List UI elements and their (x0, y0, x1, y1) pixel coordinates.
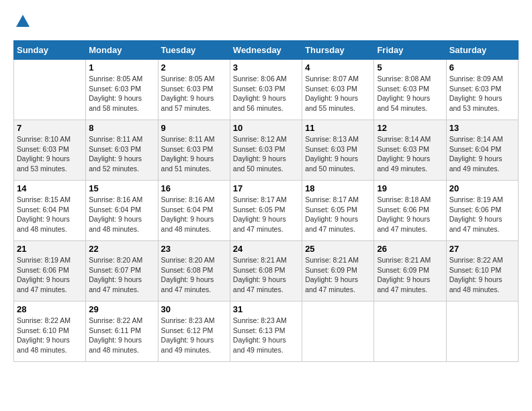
header-wednesday: Wednesday (230, 41, 302, 60)
week-row-2: 7Sunrise: 8:10 AMSunset: 6:03 PMDaylight… (14, 120, 519, 181)
calendar-cell: 23Sunrise: 8:20 AMSunset: 6:08 PMDayligh… (158, 241, 230, 302)
calendar-table: SundayMondayTuesdayWednesdayThursdayFrid… (13, 40, 519, 362)
calendar-cell: 14Sunrise: 8:15 AMSunset: 6:04 PMDayligh… (14, 181, 86, 241)
header-sunday: Sunday (14, 41, 86, 60)
day-number: 27 (449, 244, 515, 254)
calendar-cell (446, 302, 518, 362)
day-info: Sunrise: 8:13 AMSunset: 6:03 PMDaylight:… (305, 134, 371, 174)
day-number: 2 (161, 62, 227, 73)
calendar-cell: 12Sunrise: 8:14 AMSunset: 6:03 PMDayligh… (374, 120, 446, 181)
calendar-cell (302, 302, 374, 362)
day-info: Sunrise: 8:20 AMSunset: 6:07 PMDaylight:… (89, 255, 154, 295)
day-number: 14 (17, 183, 83, 193)
day-number: 11 (305, 123, 371, 133)
calendar-cell: 5Sunrise: 8:08 AMSunset: 6:03 PMDaylight… (374, 60, 446, 120)
calendar-cell: 26Sunrise: 8:21 AMSunset: 6:09 PMDayligh… (374, 241, 446, 302)
day-info: Sunrise: 8:21 AMSunset: 6:09 PMDaylight:… (377, 255, 443, 295)
day-number: 25 (305, 244, 371, 254)
day-number: 12 (377, 123, 443, 133)
day-number: 17 (233, 183, 299, 193)
calendar-cell: 6Sunrise: 8:09 AMSunset: 6:03 PMDaylight… (446, 60, 518, 120)
header-saturday: Saturday (446, 41, 518, 60)
day-number: 30 (161, 304, 227, 314)
calendar-cell: 25Sunrise: 8:21 AMSunset: 6:09 PMDayligh… (302, 241, 374, 302)
calendar-cell: 13Sunrise: 8:14 AMSunset: 6:04 PMDayligh… (446, 120, 518, 181)
day-number: 16 (161, 183, 227, 193)
day-number: 1 (89, 62, 154, 73)
svg-marker-0 (16, 15, 30, 27)
calendar-cell: 19Sunrise: 8:18 AMSunset: 6:06 PMDayligh… (374, 181, 446, 241)
day-number: 19 (377, 183, 443, 193)
calendar-cell: 18Sunrise: 8:17 AMSunset: 6:05 PMDayligh… (302, 181, 374, 241)
day-number: 29 (89, 304, 154, 314)
day-info: Sunrise: 8:21 AMSunset: 6:08 PMDaylight:… (233, 255, 299, 295)
calendar-cell: 24Sunrise: 8:21 AMSunset: 6:08 PMDayligh… (230, 241, 302, 302)
day-info: Sunrise: 8:19 AMSunset: 6:06 PMDaylight:… (17, 255, 83, 295)
calendar-cell: 27Sunrise: 8:22 AMSunset: 6:10 PMDayligh… (446, 241, 518, 302)
calendar-cell: 31Sunrise: 8:23 AMSunset: 6:13 PMDayligh… (230, 302, 302, 362)
calendar-cell: 10Sunrise: 8:12 AMSunset: 6:03 PMDayligh… (230, 120, 302, 181)
calendar-cell: 16Sunrise: 8:16 AMSunset: 6:04 PMDayligh… (158, 181, 230, 241)
day-info: Sunrise: 8:11 AMSunset: 6:03 PMDaylight:… (161, 134, 227, 174)
day-info: Sunrise: 8:23 AMSunset: 6:12 PMDaylight:… (161, 316, 227, 355)
week-row-5: 28Sunrise: 8:22 AMSunset: 6:10 PMDayligh… (14, 302, 519, 362)
calendar-cell: 20Sunrise: 8:19 AMSunset: 6:06 PMDayligh… (446, 181, 518, 241)
header-thursday: Thursday (302, 41, 374, 60)
calendar-cell: 11Sunrise: 8:13 AMSunset: 6:03 PMDayligh… (302, 120, 374, 181)
calendar-cell (374, 302, 446, 362)
day-number: 24 (233, 244, 299, 254)
week-row-3: 14Sunrise: 8:15 AMSunset: 6:04 PMDayligh… (14, 181, 519, 241)
day-info: Sunrise: 8:05 AMSunset: 6:03 PMDaylight:… (161, 74, 227, 113)
logo (13, 13, 31, 30)
calendar-cell (14, 60, 86, 120)
day-info: Sunrise: 8:20 AMSunset: 6:08 PMDaylight:… (161, 255, 227, 295)
calendar-header-row: SundayMondayTuesdayWednesdayThursdayFrid… (14, 41, 519, 60)
day-info: Sunrise: 8:07 AMSunset: 6:03 PMDaylight:… (305, 74, 371, 113)
day-number: 22 (89, 244, 154, 254)
calendar-cell: 3Sunrise: 8:06 AMSunset: 6:03 PMDaylight… (230, 60, 302, 120)
day-info: Sunrise: 8:11 AMSunset: 6:03 PMDaylight:… (89, 134, 154, 174)
calendar-cell: 1Sunrise: 8:05 AMSunset: 6:03 PMDaylight… (86, 60, 158, 120)
header-monday: Monday (86, 41, 158, 60)
week-row-4: 21Sunrise: 8:19 AMSunset: 6:06 PMDayligh… (14, 241, 519, 302)
calendar-cell: 22Sunrise: 8:20 AMSunset: 6:07 PMDayligh… (86, 241, 158, 302)
day-info: Sunrise: 8:19 AMSunset: 6:06 PMDaylight:… (449, 195, 515, 234)
day-number: 9 (161, 123, 227, 133)
day-number: 10 (233, 123, 299, 133)
day-info: Sunrise: 8:21 AMSunset: 6:09 PMDaylight:… (305, 255, 371, 295)
week-row-1: 1Sunrise: 8:05 AMSunset: 6:03 PMDaylight… (14, 60, 519, 120)
day-number: 6 (449, 62, 515, 73)
calendar-cell: 9Sunrise: 8:11 AMSunset: 6:03 PMDaylight… (158, 120, 230, 181)
day-info: Sunrise: 8:15 AMSunset: 6:04 PMDaylight:… (17, 195, 83, 234)
page-header (13, 13, 519, 30)
calendar-cell: 8Sunrise: 8:11 AMSunset: 6:03 PMDaylight… (86, 120, 158, 181)
calendar-cell: 30Sunrise: 8:23 AMSunset: 6:12 PMDayligh… (158, 302, 230, 362)
day-info: Sunrise: 8:18 AMSunset: 6:06 PMDaylight:… (377, 195, 443, 234)
calendar-cell: 29Sunrise: 8:22 AMSunset: 6:11 PMDayligh… (86, 302, 158, 362)
day-info: Sunrise: 8:06 AMSunset: 6:03 PMDaylight:… (233, 74, 299, 113)
day-number: 26 (377, 244, 443, 254)
calendar-cell: 15Sunrise: 8:16 AMSunset: 6:04 PMDayligh… (86, 181, 158, 241)
day-info: Sunrise: 8:14 AMSunset: 6:03 PMDaylight:… (377, 134, 443, 174)
day-info: Sunrise: 8:16 AMSunset: 6:04 PMDaylight:… (89, 195, 154, 234)
day-info: Sunrise: 8:22 AMSunset: 6:11 PMDaylight:… (89, 316, 154, 355)
calendar-cell: 4Sunrise: 8:07 AMSunset: 6:03 PMDaylight… (302, 60, 374, 120)
day-number: 20 (449, 183, 515, 193)
day-info: Sunrise: 8:22 AMSunset: 6:10 PMDaylight:… (449, 255, 515, 295)
day-number: 5 (377, 62, 443, 73)
day-number: 7 (17, 123, 83, 133)
day-number: 28 (17, 304, 83, 314)
day-number: 13 (449, 123, 515, 133)
day-number: 31 (233, 304, 299, 314)
calendar-cell: 21Sunrise: 8:19 AMSunset: 6:06 PMDayligh… (14, 241, 86, 302)
day-info: Sunrise: 8:08 AMSunset: 6:03 PMDaylight:… (377, 74, 443, 113)
day-number: 23 (161, 244, 227, 254)
day-number: 3 (233, 62, 299, 73)
day-info: Sunrise: 8:12 AMSunset: 6:03 PMDaylight:… (233, 134, 299, 174)
day-info: Sunrise: 8:10 AMSunset: 6:03 PMDaylight:… (17, 134, 83, 174)
day-info: Sunrise: 8:22 AMSunset: 6:10 PMDaylight:… (17, 316, 83, 355)
day-number: 8 (89, 123, 154, 133)
header-friday: Friday (374, 41, 446, 60)
calendar-cell: 28Sunrise: 8:22 AMSunset: 6:10 PMDayligh… (14, 302, 86, 362)
day-number: 15 (89, 183, 154, 193)
